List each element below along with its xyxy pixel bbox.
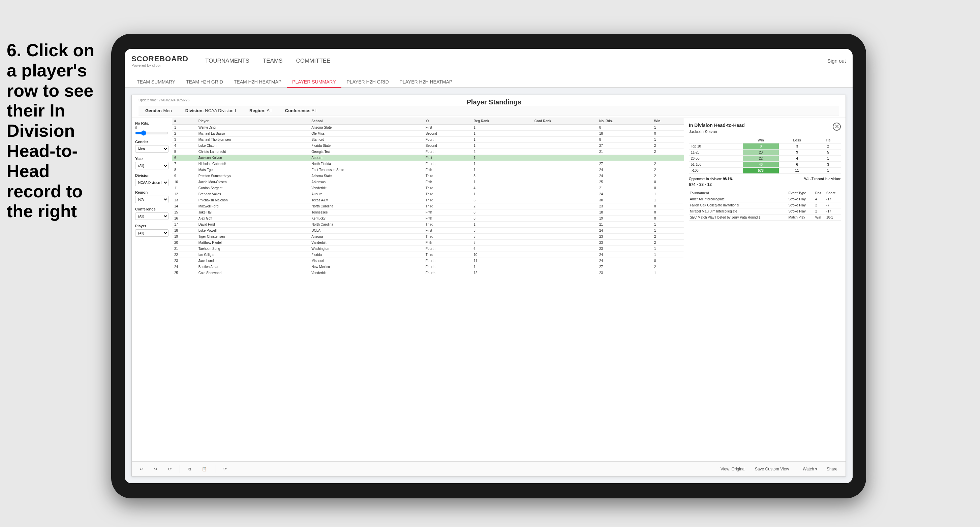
cell-school: Auburn xyxy=(309,155,423,161)
col-num: # xyxy=(172,118,196,125)
cell-school: Arkansas xyxy=(309,179,423,185)
table-row[interactable]: 15 Jake Hall Tennessee Fifth 8 18 0 xyxy=(172,210,684,216)
subnav-team-h2h-heatmap[interactable]: TEAM H2H HEATMAP xyxy=(229,76,287,88)
instruction-text: 6. Click on a player's row to see their … xyxy=(0,40,105,222)
cell-school: Georgia Tech xyxy=(309,149,423,155)
cell-conf-rank xyxy=(533,246,597,252)
table-row[interactable]: 3 Michael Thorbjornsen Stanford Fourth 1… xyxy=(172,137,684,143)
col-school: School xyxy=(309,118,423,125)
cell-player: David Ford xyxy=(196,222,310,228)
report-body: No Rds. 6 Gender Men Year xyxy=(132,118,846,461)
cell-player: Jacob Mou-Olesen xyxy=(196,179,310,185)
cell-reg-rank: 8 xyxy=(471,210,532,216)
subnav-player-h2h-grid[interactable]: PLAYER H2H GRID xyxy=(341,76,394,88)
table-row[interactable]: 8 Mats Ege East Tennessee State Fifth 1 … xyxy=(172,167,684,173)
cell-reg-rank: 1 xyxy=(471,155,532,161)
cell-win: 2 xyxy=(652,264,684,270)
cell-reg-rank: 10 xyxy=(471,252,532,258)
cell-win xyxy=(652,155,684,161)
nav-committee[interactable]: COMMITTEE xyxy=(296,56,330,66)
table-row[interactable]: 12 Brendan Valles Auburn Third 1 24 1 xyxy=(172,191,684,197)
subnav-team-summary[interactable]: TEAM SUMMARY xyxy=(131,76,181,88)
table-row[interactable]: 4 Luke Claton Florida State Second 1 27 … xyxy=(172,143,684,149)
conference-select[interactable]: (All) xyxy=(135,213,169,220)
player-filter-section: Player (All) xyxy=(135,224,169,237)
cell-reg-rank: 1 xyxy=(471,137,532,143)
cell-no-rds: 24 xyxy=(597,173,652,179)
table-row[interactable]: 5 Christo Lamprecht Georgia Tech Fourth … xyxy=(172,149,684,155)
view-original-button[interactable]: View: Original xyxy=(718,465,748,473)
division-select[interactable]: NCAA Division I xyxy=(135,179,169,186)
subnav-player-summary[interactable]: PLAYER SUMMARY xyxy=(287,76,341,88)
paste-button[interactable]: 📋 xyxy=(199,465,210,473)
table-row[interactable]: 6 Jackson Koivun Auburn First 1 xyxy=(172,155,684,161)
sign-out-link[interactable]: Sign out xyxy=(827,58,846,63)
region-filter-label: Region xyxy=(135,190,169,194)
table-row[interactable]: 10 Jacob Mou-Olesen Arkansas Fifth 1 25 … xyxy=(172,179,684,185)
reset-button[interactable]: ⟳ xyxy=(165,465,174,473)
tourn-row-2: Fallen Oak Collegiate Invitational Strok… xyxy=(689,202,841,208)
tourn-col-score: Score xyxy=(825,190,841,196)
cell-win: 2 xyxy=(652,167,684,173)
table-row[interactable]: 18 Luke Powell UCLA First 8 24 1 xyxy=(172,228,684,234)
h2h-title: In Division Head-to-Head xyxy=(689,122,745,128)
cell-win: 0 xyxy=(652,258,684,264)
no-rds-slider-input[interactable] xyxy=(135,130,169,136)
h2h-row-11-25: 11-25 20 9 5 xyxy=(689,149,841,156)
h2h-close-button[interactable]: ✕ xyxy=(833,122,841,131)
table-row[interactable]: 24 Bastien Amat New Mexico Fourth 1 27 2 xyxy=(172,264,684,270)
cell-yr: First xyxy=(423,228,471,234)
region-select[interactable]: N/A xyxy=(135,196,169,203)
player-select[interactable]: (All) xyxy=(135,229,169,237)
table-row[interactable]: 7 Nicholas Gabrelcik North Florida Fourt… xyxy=(172,161,684,167)
subnav-team-h2h-grid[interactable]: TEAM H2H GRID xyxy=(181,76,229,88)
table-row[interactable]: 16 Alex Goff Kentucky Fifth 8 19 0 xyxy=(172,216,684,222)
cell-no-rds: 23 xyxy=(597,203,652,210)
year-select[interactable]: (All) xyxy=(135,162,169,169)
cell-num: 19 xyxy=(172,234,196,240)
nav-teams[interactable]: TEAMS xyxy=(263,56,283,66)
cell-num: 3 xyxy=(172,137,196,143)
watch-button[interactable]: Watch ▾ xyxy=(800,465,820,473)
save-custom-view-button[interactable]: Save Custom View xyxy=(752,465,792,473)
conference-filter-label: Conference xyxy=(135,207,169,211)
table-row[interactable]: 19 Tiger Christensen Arizona Third 8 23 … xyxy=(172,234,684,240)
cell-no-rds: 27 xyxy=(597,143,652,149)
subnav-player-h2h-heatmap[interactable]: PLAYER H2H HEATMAP xyxy=(394,76,458,88)
nav-tournaments[interactable]: TOURNAMENTS xyxy=(205,56,250,66)
table-row[interactable]: 17 David Ford North Carolina Third 1 21 … xyxy=(172,222,684,228)
sub-nav: TEAM SUMMARY TEAM H2H GRID TEAM H2H HEAT… xyxy=(125,73,853,88)
h2h-row-51-100: 51-100 46 6 3 xyxy=(689,162,841,168)
cell-yr: Fourth xyxy=(423,149,471,155)
cell-reg-rank: 1 xyxy=(471,179,532,185)
table-row[interactable]: 2 Michael La Sasso Ole Miss Second 1 18 … xyxy=(172,131,684,137)
cell-conf-rank xyxy=(533,197,597,203)
gender-select[interactable]: Men xyxy=(135,145,169,152)
cell-no-rds: 23 xyxy=(597,270,652,276)
table-row[interactable]: 25 Cole Sherwood Vanderbilt Fourth 12 23… xyxy=(172,270,684,276)
table-row[interactable]: 23 Jack Lundin Missouri Fourth 11 24 0 xyxy=(172,258,684,264)
gender-filter-label: Gender xyxy=(135,140,169,144)
refresh-button[interactable]: ⟳ xyxy=(221,465,229,473)
table-row[interactable]: 22 Ian Gilligan Florida Third 10 24 1 xyxy=(172,252,684,258)
table-row[interactable]: 1 Wenyi Ding Arizona State First 1 8 1 xyxy=(172,125,684,131)
cell-win: 1 xyxy=(652,228,684,234)
table-row[interactable]: 9 Preston Summerhays Arizona State Third… xyxy=(172,173,684,179)
copy-button[interactable]: ⧉ xyxy=(185,465,194,473)
table-row[interactable]: 20 Matthew Riedel Vanderbilt Fifth 8 23 … xyxy=(172,240,684,246)
cell-yr: Third xyxy=(423,185,471,191)
table-row[interactable]: 13 Phichaksn Maichon Texas A&M Third 6 3… xyxy=(172,197,684,203)
table-row[interactable]: 11 Gordon Sargent Vanderbilt Third 4 21 … xyxy=(172,185,684,191)
cell-player: Gordon Sargent xyxy=(196,185,310,191)
redo-button[interactable]: ↪ xyxy=(151,465,160,473)
undo-button[interactable]: ↩ xyxy=(137,465,146,473)
table-row[interactable]: 21 Taehoon Song Washington Fourth 6 23 1 xyxy=(172,246,684,252)
cell-reg-rank: 3 xyxy=(471,173,532,179)
cell-num: 20 xyxy=(172,240,196,246)
cell-reg-rank: 1 xyxy=(471,161,532,167)
cell-school: Texas A&M xyxy=(309,197,423,203)
year-filter-label: Year xyxy=(135,157,169,160)
cell-yr: First xyxy=(423,125,471,131)
share-button[interactable]: Share xyxy=(824,465,840,473)
table-row[interactable]: 14 Maxwell Ford North Carolina Third 2 2… xyxy=(172,203,684,210)
